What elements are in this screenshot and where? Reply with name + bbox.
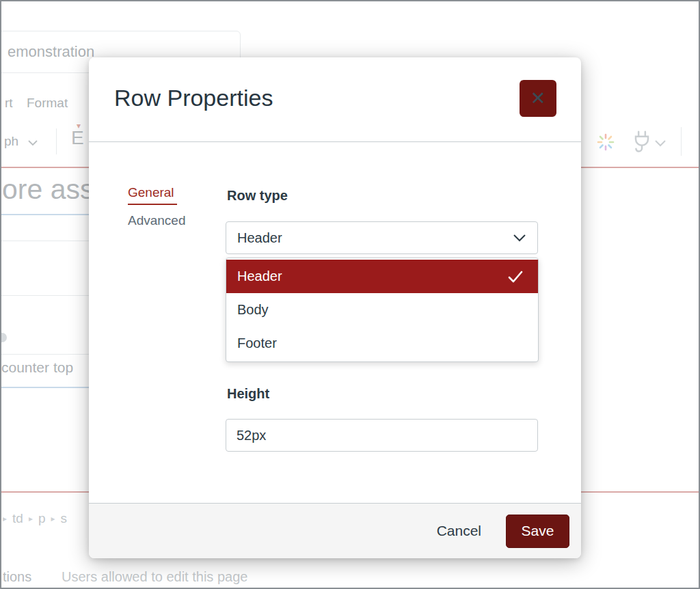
cancel-button[interactable]: Cancel	[433, 522, 485, 540]
tab-advanced[interactable]: Advanced	[128, 213, 186, 228]
option-footer-label: Footer	[237, 335, 277, 351]
row-type-select-value: Header	[237, 230, 282, 246]
close-icon: ✕	[530, 88, 546, 109]
save-button[interactable]: Save	[506, 515, 569, 548]
option-body-label: Body	[237, 302, 269, 318]
option-footer[interactable]: Footer	[226, 327, 538, 360]
tab-advanced-label: Advanced	[128, 213, 186, 228]
dialog-title: Row Properties	[114, 85, 273, 111]
height-label: Height	[227, 386, 269, 402]
height-input[interactable]	[226, 419, 538, 452]
checkmark-icon	[508, 271, 523, 283]
row-properties-dialog: Row Properties ✕ General Advanced Row ty…	[89, 57, 581, 558]
chevron-down-icon	[513, 234, 526, 242]
option-header-label: Header	[237, 269, 282, 284]
dialog-header-divider	[89, 141, 581, 142]
row-type-label: Row type	[227, 188, 288, 204]
close-button[interactable]: ✕	[520, 80, 556, 117]
row-type-select[interactable]: Header	[226, 221, 538, 254]
option-header[interactable]: Header	[226, 260, 538, 293]
option-body[interactable]: Body	[226, 293, 538, 327]
tab-general-label: General	[128, 185, 174, 200]
tab-general[interactable]: General	[128, 185, 174, 200]
tab-active-underline	[128, 204, 177, 205]
row-type-dropdown-menu: Header Body Footer	[226, 258, 539, 362]
dialog-footer: Cancel Save	[89, 503, 581, 558]
